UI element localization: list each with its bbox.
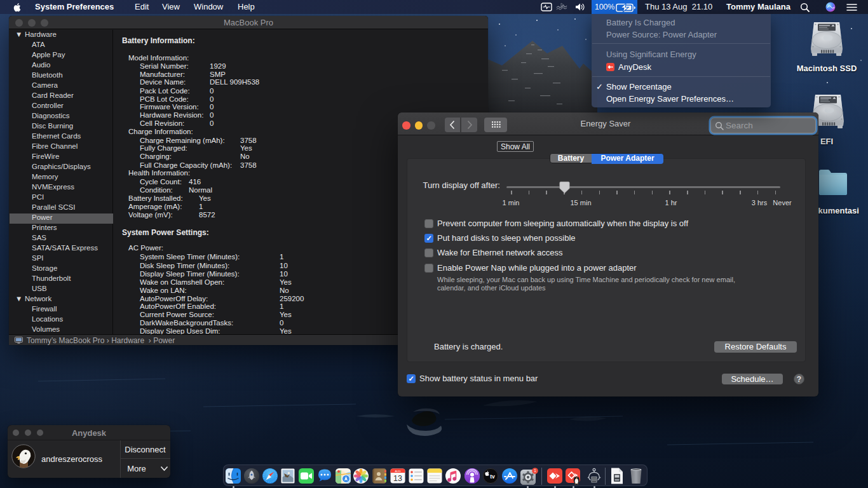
- svg-text:13: 13: [393, 474, 402, 483]
- svg-text:1: 1: [534, 468, 536, 473]
- svg-text:AUG: AUG: [395, 470, 400, 473]
- svg-text:tv: tv: [490, 473, 495, 480]
